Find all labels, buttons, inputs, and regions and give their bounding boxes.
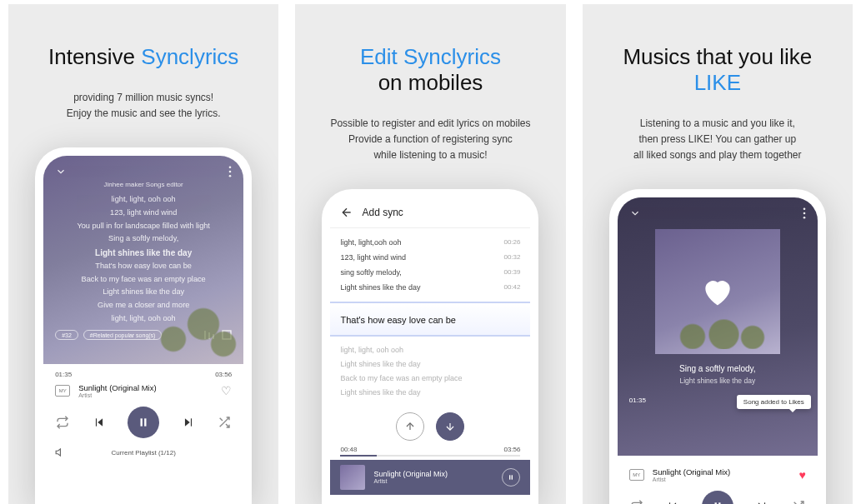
next-icon[interactable] xyxy=(754,499,769,504)
prev-icon[interactable] xyxy=(92,415,107,430)
track-title: Sunlight (Original Mix) xyxy=(373,470,493,478)
lyric-line-sub: Light shines like the day xyxy=(679,377,755,385)
svg-rect-6 xyxy=(223,331,231,339)
lyric-line: light, light, ooh ooh xyxy=(55,312,232,326)
svg-rect-21 xyxy=(512,475,513,479)
title-accent: Synclyrics xyxy=(141,44,238,69)
fullscreen-icon[interactable] xyxy=(222,330,232,340)
sync-row[interactable]: Light shines like the day00:42 xyxy=(340,280,520,295)
like-tooltip: Song added to Likes xyxy=(737,395,811,409)
player: 01:35 03:56 MY Sunlight (Original Mix) A… xyxy=(43,364,243,458)
title: Intensive Synclyrics xyxy=(48,44,238,70)
sync-text: sing softly melody, xyxy=(340,268,401,277)
promo-panel-like: Musics that you like LIKE Listening to a… xyxy=(583,4,853,504)
album-art-thumb xyxy=(340,465,365,490)
svg-point-2 xyxy=(229,175,232,177)
subtitle-line: while listening to a music! xyxy=(330,147,530,163)
time-total: 03:56 xyxy=(503,446,520,453)
svg-point-0 xyxy=(229,167,232,169)
up-button[interactable] xyxy=(396,412,424,441)
svg-marker-16 xyxy=(56,449,60,456)
subtitle: Listening to a music and you like it, th… xyxy=(633,116,801,162)
lyric-line: 123, light wind wind xyxy=(55,207,232,220)
equalizer-icon[interactable] xyxy=(203,330,215,340)
sync-time: 00:39 xyxy=(503,268,520,277)
chevron-down-icon[interactable] xyxy=(629,207,641,219)
now-playing-bar[interactable]: Sunlight (Original Mix) Artist xyxy=(330,460,530,495)
lyric-line: You pull in for landscape filled with li… xyxy=(55,220,232,233)
down-button[interactable] xyxy=(436,412,464,441)
credits: Jinhee maker Songs editor xyxy=(55,181,232,188)
lyrics-view: Jinhee maker Songs editor light, light, … xyxy=(43,156,243,364)
subtitle: providing 7 million music syncs! Enjoy t… xyxy=(67,90,221,121)
subtitle-line: Enjoy the music and see the lyrics. xyxy=(67,106,221,122)
promo-panel-synclyrics: Intensive Synclyrics providing 7 million… xyxy=(8,4,278,504)
current-lyric-text: That's how easy love can be xyxy=(340,315,455,325)
title-accent: Edit Synclyrics xyxy=(360,44,501,69)
track-artist: Artist xyxy=(78,392,213,398)
lyric-line: Light shines like the day xyxy=(55,286,232,299)
sync-time: 00:32 xyxy=(503,253,520,262)
shuffle-icon[interactable] xyxy=(217,415,232,430)
like-button[interactable]: ♥ xyxy=(799,468,806,482)
shuffle-icon[interactable] xyxy=(791,499,806,504)
prev-icon[interactable] xyxy=(665,499,680,504)
sync-row[interactable]: light, light,ooh ooh00:26 xyxy=(340,235,520,250)
subtitle-line: then press LIKE! You can gather up xyxy=(633,132,801,147)
speaker-icon[interactable] xyxy=(55,447,67,458)
player-hero: Sing a softly melody, Light shines like … xyxy=(618,197,818,456)
svg-point-23 xyxy=(803,212,806,215)
sync-row[interactable]: 123, light wind wind00:32 xyxy=(340,250,520,265)
title-part1: Intensive xyxy=(48,44,141,69)
lyric-line: Back to my face was an empty place xyxy=(55,273,232,287)
time-elapsed: 01:35 xyxy=(55,371,72,378)
like-button[interactable]: ♡ xyxy=(221,384,232,397)
sync-text: Light shines like the day xyxy=(340,283,420,292)
subtitle-line: providing 7 million music syncs! xyxy=(67,90,221,106)
promo-panel-edit: Edit Synclyrics on mobiles Possible to r… xyxy=(295,4,565,504)
sync-time: 00:42 xyxy=(503,283,520,292)
title-part2: on mobiles xyxy=(378,70,483,95)
lyrics-button[interactable]: MY xyxy=(55,385,70,397)
chevron-down-icon[interactable] xyxy=(55,166,67,177)
screen-header: Add sync xyxy=(330,197,530,228)
svg-point-22 xyxy=(803,208,806,211)
lyric-line: light, light, ooh ooh xyxy=(55,193,232,207)
time-elapsed: 00:48 xyxy=(340,446,357,453)
pause-button[interactable] xyxy=(128,407,159,438)
time-elapsed: 01:35 xyxy=(629,397,646,404)
header-title: Add sync xyxy=(362,207,403,218)
player: MY Sunlight (Original Mix) Artist ♥ xyxy=(618,456,818,504)
back-icon[interactable] xyxy=(340,206,353,219)
title-part1: Musics that you like xyxy=(623,44,812,69)
svg-rect-20 xyxy=(509,475,510,479)
playlist-label[interactable]: Current Playlist (1/12) xyxy=(75,449,212,457)
svg-rect-10 xyxy=(144,419,146,427)
more-icon[interactable] xyxy=(803,207,806,219)
subtitle-line: Possible to register and edit lyrics on … xyxy=(330,116,530,132)
chip-related[interactable]: #Related popular song(s) xyxy=(83,330,163,340)
next-icon[interactable] xyxy=(181,415,196,430)
lyric-line: Give me a closer and more xyxy=(55,299,232,312)
lyric-line: Light shines like the day xyxy=(340,357,520,372)
lyric-line-main: Sing a softly melody, xyxy=(679,364,756,373)
lyric-line-current: Light shines like the day xyxy=(55,246,232,260)
upcoming-lyrics: light, light, ooh ooh Light shines like … xyxy=(330,337,530,407)
svg-rect-12 xyxy=(191,419,192,427)
current-lyric-editor[interactable]: That's how easy love can be xyxy=(330,302,530,337)
mini-pause-button[interactable] xyxy=(502,468,520,487)
title-accent: LIKE xyxy=(694,70,741,95)
sync-row[interactable]: sing softly melody,00:39 xyxy=(340,265,520,280)
progress-bar[interactable] xyxy=(340,455,520,457)
lyrics-button[interactable]: MY xyxy=(629,469,644,481)
subtitle: Possible to register and edit lyrics on … xyxy=(330,116,530,162)
time-total: 03:56 xyxy=(215,371,232,378)
more-icon[interactable] xyxy=(228,166,232,177)
repeat-icon[interactable] xyxy=(55,415,70,430)
chip-rank[interactable]: #32 xyxy=(55,330,78,340)
phone-mock: Add sync light, light,ooh ooh00:26 123, … xyxy=(322,189,538,504)
track-title: Sunlight (Original Mix) xyxy=(78,383,213,392)
svg-point-1 xyxy=(229,171,232,173)
pause-button[interactable] xyxy=(702,491,733,504)
repeat-icon[interactable] xyxy=(629,499,644,504)
